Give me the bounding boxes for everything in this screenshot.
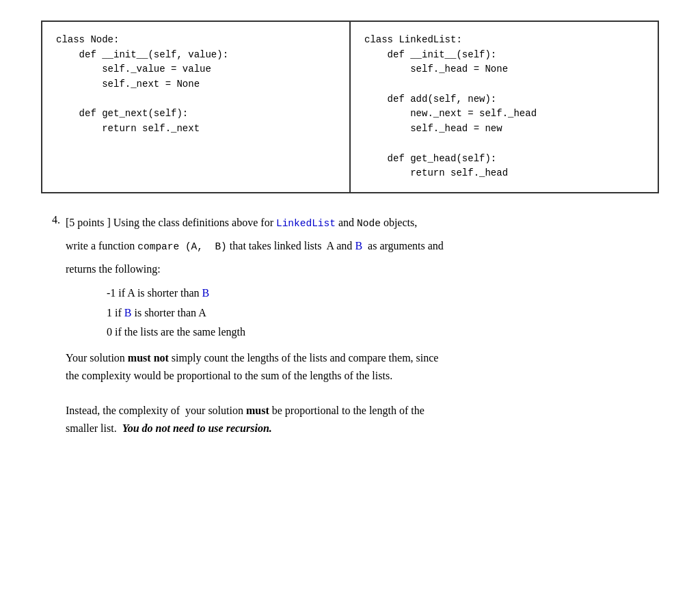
para2: Instead, the complexity of your solution… xyxy=(66,402,659,437)
code-line: def __init__(self): xyxy=(364,48,644,63)
question-block: 4. [5 points ] Using the class definitio… xyxy=(41,214,659,443)
bullet-B-1: B xyxy=(202,287,210,299)
compare-func-ref: compare (A, B) xyxy=(137,241,227,252)
question-intro: [5 points ] Using the class definitions … xyxy=(66,214,659,232)
no-recursion-label: You do not need to use recursion. xyxy=(122,422,272,434)
code-line: class Node: xyxy=(56,33,336,48)
code-line: return self._next xyxy=(56,122,336,137)
points-label: [5 points ] xyxy=(66,217,111,228)
question-number: 4. xyxy=(41,214,60,443)
must-label: must xyxy=(246,405,269,416)
linkedlist-ref: LinkedList xyxy=(276,218,336,229)
code-blank xyxy=(364,77,644,92)
code-line: class LinkedList: xyxy=(364,33,644,48)
question-line3: returns the following: xyxy=(66,260,659,278)
code-container: class Node: def __init__(self, value): s… xyxy=(41,21,659,193)
arg-B: B xyxy=(355,240,362,252)
code-line: new._next = self._head xyxy=(364,107,644,122)
code-line: def __init__(self, value): xyxy=(56,48,336,63)
code-panel-right: class LinkedList: def __init__(self): se… xyxy=(351,22,658,192)
code-line: return self._head xyxy=(364,166,644,181)
code-blank xyxy=(364,137,644,152)
code-line: def get_head(self): xyxy=(364,152,644,167)
bullet-list: -1 if A is shorter than B 1 if B is shor… xyxy=(107,284,659,342)
code-line: self._head = new xyxy=(364,122,644,137)
list-item: -1 if A is shorter than B xyxy=(107,284,659,303)
code-panel-left: class Node: def __init__(self, value): s… xyxy=(42,22,351,192)
code-line: self._next = None xyxy=(56,77,336,92)
code-line: def get_next(self): xyxy=(56,107,336,122)
code-line: def add(self, new): xyxy=(364,92,644,107)
question-line2: write a function compare (A, B) that tak… xyxy=(66,237,659,255)
question-content: [5 points ] Using the class definitions … xyxy=(66,214,659,443)
node-ref: Node xyxy=(357,218,381,229)
code-line: self._head = None xyxy=(364,62,644,77)
code-line: self._value = value xyxy=(56,62,336,77)
list-item: 1 if B is shorter than A xyxy=(107,303,659,323)
question-item: 4. [5 points ] Using the class definitio… xyxy=(41,214,659,443)
must-not-label: must not xyxy=(128,352,169,364)
bullet-B-2: B xyxy=(124,307,132,318)
arg-A: A xyxy=(327,240,334,252)
para1: Your solution must not simply count the … xyxy=(66,349,659,384)
list-item: 0 if the lists are the same length xyxy=(107,323,659,342)
code-blank xyxy=(56,92,336,107)
